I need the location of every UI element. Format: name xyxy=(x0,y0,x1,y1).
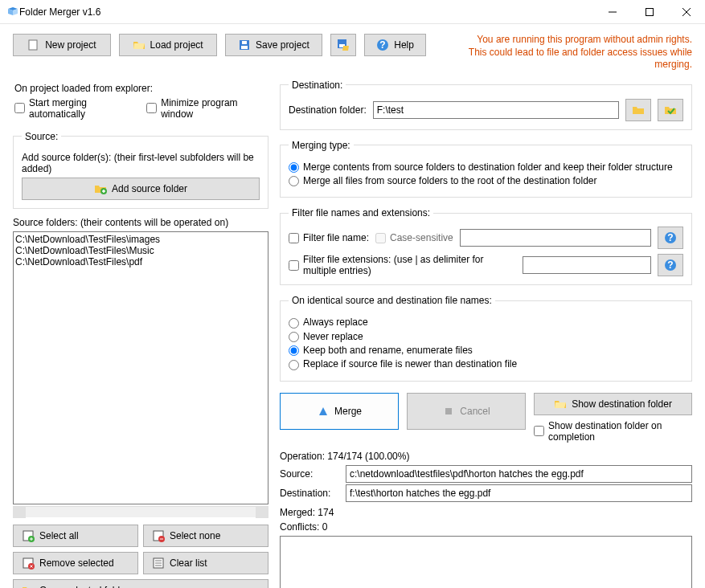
add-source-folder-button[interactable]: Add source folder xyxy=(22,178,260,200)
select-all-icon xyxy=(22,529,35,542)
close-window-button[interactable] xyxy=(668,0,705,24)
save-project-button[interactable]: Save project xyxy=(225,34,323,56)
identical-option-3[interactable]: Keep both and rename, enumerate files xyxy=(289,345,683,356)
operation-label: Operation: 174/174 (100.00%) xyxy=(280,451,692,462)
svg-rect-7 xyxy=(242,41,247,44)
list-item[interactable]: C:\NetDownload\TestFiles\images xyxy=(15,234,266,245)
filter-name-label: Filter file name: xyxy=(303,232,369,243)
cancel-icon xyxy=(442,405,455,418)
save-icon xyxy=(238,39,251,51)
filter-name-checkbox[interactable]: Filter file name: xyxy=(289,232,369,243)
show-destination-label: Show destination folder xyxy=(572,398,672,410)
identical-option-3-label: Keep both and rename, enumerate files xyxy=(303,345,473,356)
select-all-label: Select all xyxy=(39,530,79,541)
svg-rect-6 xyxy=(241,46,248,49)
destination-folder-label: Destination folder: xyxy=(289,104,367,116)
merge-label: Merge xyxy=(334,406,362,417)
identical-option-1-label: Always replace xyxy=(303,316,368,328)
help-icon: ? xyxy=(664,259,677,272)
help-button[interactable]: ? Help xyxy=(364,34,426,56)
destination-path-label: Destination: xyxy=(280,488,339,499)
source-list-scrollbar[interactable] xyxy=(13,506,268,517)
destination-folder-input[interactable] xyxy=(373,101,619,119)
conflicts-count: Conflicts: 0 xyxy=(280,521,692,533)
select-all-button[interactable]: Select all xyxy=(13,525,138,547)
filter-ext-checkbox[interactable]: Filter file extensions: (use | as delimi… xyxy=(289,254,516,276)
folder-add-icon xyxy=(94,182,107,195)
remove-selected-label: Remove selected xyxy=(39,557,114,569)
source-folders-label: Source folders: (their contents will be … xyxy=(13,217,268,228)
merge-option-2[interactable]: Merge all files from source folders to t… xyxy=(289,175,683,186)
clear-list-button[interactable]: Clear list xyxy=(143,552,268,574)
on-loaded-label: On project loaded from explorer: xyxy=(14,83,267,94)
start-merging-checkbox[interactable]: Start merging automatically xyxy=(14,97,140,120)
identical-option-2-label: Never replace xyxy=(303,331,363,342)
identical-option-2[interactable]: Never replace xyxy=(289,331,683,342)
save-as-icon xyxy=(337,39,350,51)
remove-selected-button[interactable]: Remove selected xyxy=(13,552,138,574)
select-none-label: Select none xyxy=(170,530,220,541)
filter-group: Filter file names and extensions: Filter… xyxy=(280,207,692,285)
folder-icon xyxy=(632,104,645,116)
filter-name-help-button[interactable]: ? xyxy=(658,227,683,249)
svg-rect-1 xyxy=(646,8,654,15)
window-title: Folder Merger v1.6 xyxy=(19,6,594,18)
identical-option-1[interactable]: Always replace xyxy=(289,316,683,328)
new-project-icon xyxy=(27,39,40,51)
list-item[interactable]: C:\NetDownload\TestFiles\pdf xyxy=(15,256,266,267)
save-project-label: Save project xyxy=(256,39,309,51)
maximize-window-button[interactable] xyxy=(631,0,668,24)
filter-legend: Filter file names and extensions: xyxy=(289,207,433,218)
filter-name-input[interactable] xyxy=(460,229,651,247)
cancel-button[interactable]: Cancel xyxy=(407,393,526,430)
list-item[interactable]: C:\NetDownload\TestFiles\Music xyxy=(15,245,266,256)
add-source-hint: Add source folder(s): (their first-level… xyxy=(22,152,260,174)
merge-option-1[interactable]: Merge contents from source folders to de… xyxy=(289,161,683,173)
case-sensitive-checkbox[interactable]: Case-sensitive xyxy=(375,232,453,243)
log-output[interactable] xyxy=(280,536,692,588)
identical-legend: On identical source and destination file… xyxy=(289,295,495,306)
scroll-left-icon[interactable] xyxy=(13,507,26,518)
save-as-button[interactable] xyxy=(330,34,356,56)
minimize-window-checkbox[interactable]: Minimize program window xyxy=(146,97,267,120)
minimize-window-button[interactable] xyxy=(594,0,631,24)
filter-ext-label: Filter file extensions: (use | as delimi… xyxy=(303,254,516,276)
svg-rect-4 xyxy=(29,40,37,50)
show-destination-button[interactable]: Show destination folder xyxy=(534,393,692,415)
minimize-window-label: Minimize program window xyxy=(161,97,267,120)
merge-button[interactable]: Merge xyxy=(280,393,399,430)
admin-warning-line2: This could lead to file and folder acces… xyxy=(434,47,692,71)
merge-option-1-label: Merge contents from source folders to de… xyxy=(303,161,673,173)
open-selected-folder-button[interactable]: Open selected folder xyxy=(13,579,268,588)
help-icon: ? xyxy=(376,39,389,51)
folder-open-icon xyxy=(554,398,567,410)
admin-warning: You are running this program without adm… xyxy=(434,34,692,71)
merged-count: Merged: 174 xyxy=(280,507,692,518)
source-path-value xyxy=(346,465,692,483)
select-none-button[interactable]: Select none xyxy=(143,525,268,547)
scroll-right-icon[interactable] xyxy=(256,507,268,518)
merging-type-legend: Merging type: xyxy=(289,140,354,151)
identical-group: On identical source and destination file… xyxy=(280,295,692,381)
identical-option-4[interactable]: Replace if source file is newer than des… xyxy=(289,358,683,370)
source-path-label: Source: xyxy=(280,468,339,480)
new-project-button[interactable]: New project xyxy=(13,34,111,56)
filter-ext-input[interactable] xyxy=(523,256,651,274)
open-selected-label: Open selected folder xyxy=(39,585,129,588)
help-icon: ? xyxy=(664,231,677,244)
source-folders-list[interactable]: C:\NetDownload\TestFiles\images C:\NetDo… xyxy=(13,231,268,504)
admin-warning-line1: You are running this program without adm… xyxy=(434,34,692,47)
confirm-destination-button[interactable] xyxy=(658,99,683,121)
start-merging-label: Start merging automatically xyxy=(29,97,140,120)
app-icon xyxy=(6,6,19,18)
svg-rect-27 xyxy=(445,408,452,414)
merge-icon xyxy=(317,405,330,418)
cancel-label: Cancel xyxy=(460,406,490,417)
load-project-button[interactable]: Load project xyxy=(119,34,217,56)
folder-open-icon xyxy=(133,39,146,51)
browse-destination-button[interactable] xyxy=(625,99,651,121)
filter-ext-help-button[interactable]: ? xyxy=(658,254,683,276)
show-dest-on-completion-checkbox[interactable]: Show destination folder on completion xyxy=(534,420,692,443)
folder-open-icon xyxy=(22,584,35,588)
destination-group: Destination: Destination folder: xyxy=(280,80,692,130)
